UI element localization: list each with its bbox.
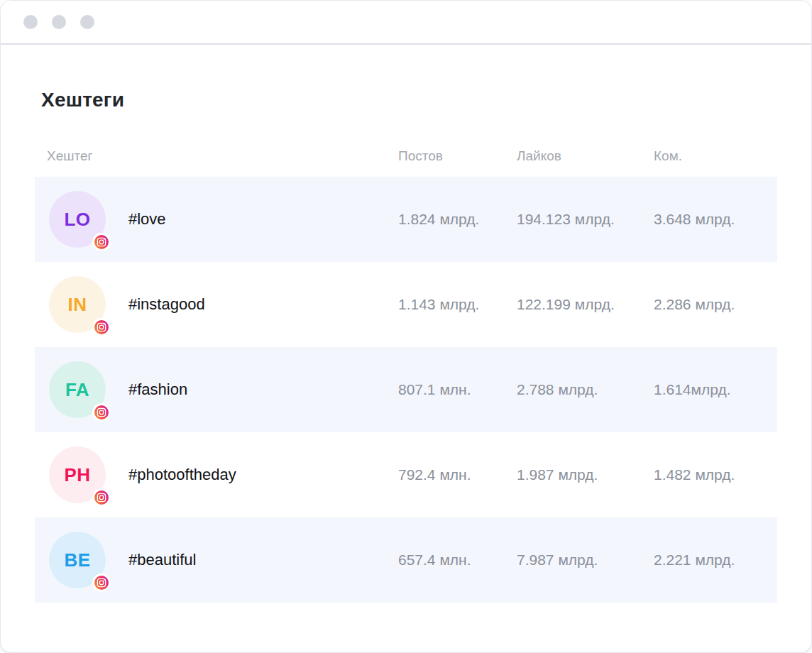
avatar-initials: IN — [68, 294, 87, 316]
hashtag-name: #love — [128, 210, 398, 229]
window-controls — [23, 15, 94, 29]
hashtag-name: #beautiful — [128, 551, 398, 569]
hashtag-avatar: PH — [49, 446, 106, 503]
posts-value: 792.4 млн. — [398, 466, 517, 483]
table-row[interactable]: BE #beautiful 657.4 млн. 7.987 млрд. 2.2… — [35, 517, 777, 603]
app-window: Хештеги Хештег Постов Лайков Ком. LO — [0, 0, 812, 653]
page-title: Хештеги — [41, 89, 777, 111]
likes-value: 7.987 млрд. — [517, 552, 654, 569]
hashtag-avatar: IN — [49, 276, 106, 333]
column-header-likes: Лайков — [517, 148, 654, 164]
likes-value: 122.199 млрд. — [517, 296, 654, 313]
avatar-initials: FA — [65, 379, 89, 401]
hashtag-name: #fashion — [128, 380, 398, 399]
comments-value: 2.286 млрд. — [654, 296, 777, 313]
window-dot-1[interactable] — [23, 15, 38, 29]
likes-value: 194.123 млрд. — [517, 211, 654, 228]
instagram-icon — [92, 403, 111, 422]
instagram-icon — [92, 574, 111, 592]
comments-value: 2.221 млрд. — [654, 552, 777, 569]
hashtag-name: #photooftheday — [128, 466, 398, 484]
table-row[interactable]: PH #photooftheday 792.4 млн. 1.987 млрд.… — [35, 432, 777, 517]
comments-value: 3.648 млрд. — [654, 211, 777, 228]
hashtag-avatar: LO — [49, 191, 106, 248]
posts-value: 657.4 млн. — [398, 552, 517, 569]
column-header-posts: Постов — [398, 148, 517, 164]
hashtag-avatar: BE — [49, 532, 106, 588]
avatar-initials: LO — [64, 209, 90, 231]
instagram-icon — [92, 488, 111, 507]
avatar-initials: PH — [64, 464, 90, 486]
column-header-comments: Ком. — [654, 148, 777, 164]
table-row[interactable]: IN #instagood 1.143 млрд. 122.199 млрд. … — [35, 262, 777, 347]
table-row[interactable]: LO #love 1.824 млрд. 194.123 млрд. 3.648… — [35, 177, 777, 262]
posts-value: 1.143 млрд. — [398, 296, 517, 313]
hashtag-name: #instagood — [128, 295, 398, 314]
hashtag-avatar: FA — [49, 361, 106, 418]
posts-value: 807.1 млн. — [398, 381, 517, 398]
likes-value: 2.788 млрд. — [517, 381, 654, 398]
posts-value: 1.824 млрд. — [398, 211, 517, 228]
comments-value: 1.614млрд. — [654, 381, 777, 398]
instagram-icon — [92, 318, 111, 336]
instagram-icon — [92, 233, 111, 251]
window-titlebar — [1, 1, 811, 45]
likes-value: 1.987 млрд. — [517, 466, 654, 483]
avatar-initials: BE — [64, 549, 90, 571]
column-header-hashtag: Хештег — [47, 148, 398, 164]
hashtags-table: Хештег Постов Лайков Ком. LO #lo — [35, 148, 777, 603]
main-content: Хештеги Хештег Постов Лайков Ком. LO — [1, 89, 811, 603]
window-dot-3[interactable] — [80, 15, 94, 29]
table-header-row: Хештег Постов Лайков Ком. — [35, 148, 777, 164]
window-dot-2[interactable] — [52, 15, 66, 29]
comments-value: 1.482 млрд. — [654, 466, 777, 483]
table-row[interactable]: FA #fashion 807.1 млн. 2.788 млрд. 1.614… — [35, 347, 777, 432]
